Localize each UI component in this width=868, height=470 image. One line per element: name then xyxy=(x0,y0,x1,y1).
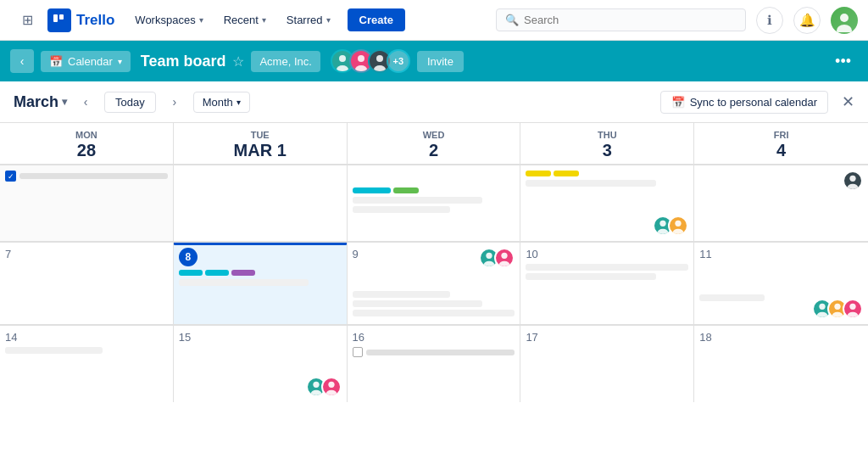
bars-row xyxy=(526,171,688,176)
starred-menu[interactable]: Starred ▾ xyxy=(280,8,337,31)
cal-cell-wed2[interactable] xyxy=(348,165,521,242)
purple-bar xyxy=(231,270,255,276)
close-calendar-button[interactable]: ✕ xyxy=(842,92,854,111)
workspace-button[interactable]: Acme, Inc. xyxy=(251,51,320,72)
svg-point-2 xyxy=(840,14,849,22)
next-month-button[interactable]: › xyxy=(163,90,186,114)
workspaces-menu[interactable]: Workspaces ▾ xyxy=(128,8,209,31)
search-icon: 🔍 xyxy=(505,14,519,26)
sync-calendar-button[interactable]: 📅 Sync to personal calendar xyxy=(660,91,828,114)
notifications-button[interactable]: 🔔 xyxy=(793,7,821,34)
checkbox-checked: ✓ xyxy=(5,171,16,182)
cell-avatar-fri4 xyxy=(843,171,863,191)
trello-logo-icon xyxy=(47,8,71,32)
month-title: March ▾ xyxy=(14,93,67,111)
cal-cell-fri11[interactable]: 11 xyxy=(694,243,868,325)
avatars-fri4 xyxy=(843,171,863,191)
prev-month-button[interactable]: ‹ xyxy=(74,90,97,114)
card-line xyxy=(366,350,515,355)
svg-rect-1 xyxy=(59,14,64,20)
trello-logo-text: Trello xyxy=(76,12,114,29)
svg-point-19 xyxy=(499,261,510,266)
cal-cell-thu17[interactable]: 17 xyxy=(520,326,694,402)
svg-point-13 xyxy=(673,229,684,234)
avatars-fri11 xyxy=(812,299,863,319)
cal-cell-mon28[interactable]: ✓ xyxy=(0,165,174,242)
user-avatar[interactable] xyxy=(831,7,858,34)
card-item xyxy=(353,206,450,213)
more-options-button[interactable]: ••• xyxy=(828,49,858,74)
svg-point-10 xyxy=(660,221,666,227)
member-avatars: +3 xyxy=(331,49,410,73)
cal-cell-fri18[interactable]: 18 xyxy=(694,326,868,402)
day-header-thu: Thu 3 xyxy=(520,123,694,165)
board-title: Team board xyxy=(141,53,226,70)
search-input[interactable] xyxy=(524,14,737,26)
search-bar[interactable]: 🔍 xyxy=(496,8,746,31)
cell-number: 18 xyxy=(699,331,863,344)
recent-menu[interactable]: Recent ▾ xyxy=(217,8,273,31)
view-chevron-icon: ▾ xyxy=(236,98,241,107)
card-item xyxy=(526,273,655,280)
svg-point-5 xyxy=(337,65,348,71)
card-item xyxy=(179,279,309,286)
day-header-fri: Fri 4 xyxy=(694,123,868,165)
week-row-2: 7 8 9 xyxy=(0,243,868,326)
invite-button[interactable]: Invite xyxy=(417,51,464,72)
cal-cell-wed9[interactable]: 9 xyxy=(348,243,521,325)
card-item xyxy=(526,180,655,187)
svg-point-20 xyxy=(819,304,825,310)
card-line xyxy=(19,173,168,179)
info-button[interactable]: ℹ xyxy=(756,7,783,34)
grid-menu-button[interactable]: ⊞ xyxy=(14,7,41,34)
calendar-header: March ▾ ‹ Today › Month ▾ 📅 Sync to pers… xyxy=(0,81,868,123)
bars-row-tue8 xyxy=(179,270,342,276)
cal-cell-wed16[interactable]: 16 xyxy=(348,326,521,402)
svg-point-4 xyxy=(339,55,346,62)
svg-point-7 xyxy=(355,65,367,71)
cell-number: 14 xyxy=(5,331,168,344)
cal-cell-mon7[interactable]: 7 xyxy=(0,243,174,325)
member-count-badge[interactable]: +3 xyxy=(387,49,410,73)
yellow-bar xyxy=(526,171,551,176)
cal-cell-thu10[interactable]: 10 xyxy=(520,243,694,325)
cell-number: 7 xyxy=(5,248,168,260)
view-selector[interactable]: Month ▾ xyxy=(193,92,250,113)
avatars-thu3 xyxy=(653,215,688,236)
cell-number: 11 xyxy=(699,248,863,260)
cal-cell-tue8[interactable]: 8 xyxy=(174,243,348,325)
svg-point-17 xyxy=(484,261,495,266)
today-button[interactable]: Today xyxy=(104,92,156,113)
cal-cell-mon14[interactable]: 14 xyxy=(0,326,174,402)
calendar-view-button[interactable]: 📅 Calendar ▾ xyxy=(41,51,131,72)
collapse-sidebar-button[interactable]: ‹ xyxy=(10,49,34,73)
cal-cell-tue1[interactable] xyxy=(174,165,348,242)
cell-avatar-wed9-2 xyxy=(494,248,515,268)
svg-point-28 xyxy=(328,382,334,388)
top-navigation: ⊞ Trello Workspaces ▾ Recent ▾ Starred ▾… xyxy=(0,0,868,41)
card-item xyxy=(353,291,450,298)
svg-point-12 xyxy=(676,221,682,227)
calendar-icon: 📅 xyxy=(49,55,63,68)
cal-cell-tue15[interactable]: 15 xyxy=(174,326,348,402)
trello-logo: Trello xyxy=(47,8,114,32)
cal-cell-fri4[interactable] xyxy=(694,165,868,242)
svg-point-16 xyxy=(487,253,492,259)
svg-point-25 xyxy=(848,312,859,317)
svg-point-24 xyxy=(849,304,855,310)
calendar-chevron-icon: ▾ xyxy=(118,57,122,66)
cell-avatar-fri11-3 xyxy=(843,299,863,319)
svg-point-22 xyxy=(834,304,840,310)
avatars-wed9 xyxy=(479,248,515,268)
star-board-button[interactable]: ☆ xyxy=(232,53,244,70)
cal-cell-thu3[interactable] xyxy=(520,165,694,242)
cell-number: 15 xyxy=(179,331,342,344)
day-header-mon: Mon 28 xyxy=(0,123,174,165)
green-bar xyxy=(393,187,419,193)
sync-icon: 📅 xyxy=(671,96,685,109)
svg-point-29 xyxy=(326,390,337,395)
svg-point-27 xyxy=(310,390,321,395)
board-navigation: ‹ 📅 Calendar ▾ Team board ☆ Acme, Inc. +… xyxy=(0,41,868,81)
cell-number-today: 8 xyxy=(179,248,342,266)
create-button[interactable]: Create xyxy=(348,8,405,31)
